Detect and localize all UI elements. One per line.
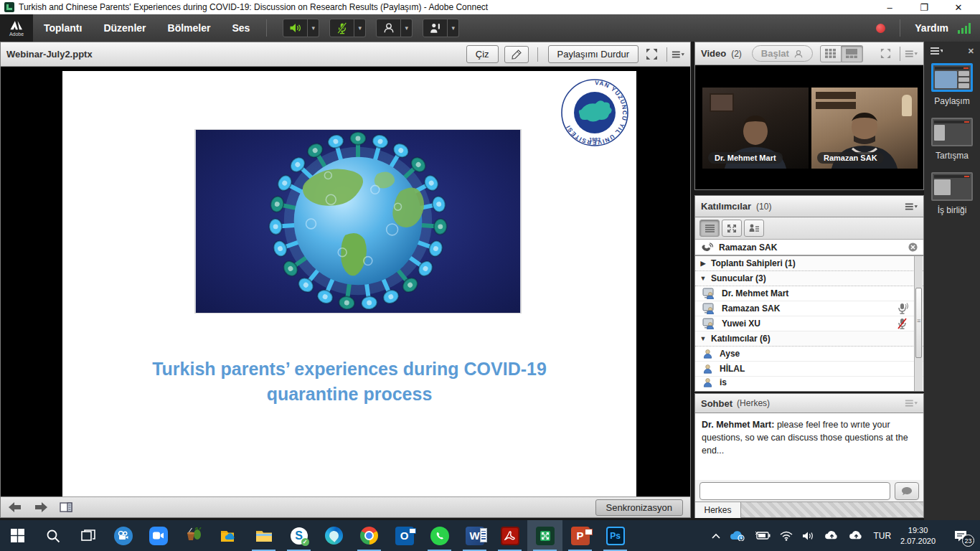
layout-discussion[interactable]: Tartışma [924, 118, 980, 169]
video-fullscreen-icon[interactable] [880, 48, 891, 59]
webcam-dropdown[interactable]: ▾ [401, 19, 413, 37]
photoshop-icon[interactable]: Ps [598, 520, 633, 551]
chat-input[interactable] [699, 482, 890, 500]
cloud-upload-icon[interactable] [849, 530, 864, 541]
search-icon[interactable] [35, 520, 70, 551]
raise-hand-dropdown[interactable]: ▾ [448, 19, 459, 37]
minimize-button[interactable]: – [872, 2, 907, 13]
synchronize-button[interactable]: Senkronizasyon [595, 499, 684, 516]
word-icon[interactable]: W [457, 520, 492, 551]
whatsapp-icon[interactable] [422, 520, 457, 551]
microphone-dropdown[interactable]: ▾ [354, 19, 366, 37]
speaker-button[interactable] [283, 19, 308, 37]
help-menu[interactable]: Yardım [915, 22, 948, 34]
attendees-scrollbar[interactable] [914, 256, 923, 391]
close-button[interactable]: ✕ [941, 2, 976, 13]
layout-collaboration[interactable]: İş birliği [924, 172, 980, 224]
chat-pod-menu-icon[interactable] [905, 399, 918, 408]
breakout-view-button[interactable] [722, 220, 742, 237]
chat-input-row [695, 480, 923, 501]
skype-icon[interactable]: S ✓ [281, 520, 316, 551]
acrobat-icon[interactable] [492, 520, 527, 551]
share-content-area: VAN YÜZÜNCÜ YIL ÜNİVERSİTESİ 1982 Turkis… [1, 67, 690, 496]
volume-icon[interactable] [802, 531, 815, 541]
sidebar-toggle-icon[interactable] [60, 502, 72, 512]
adobe-logo[interactable]: Adobe [0, 14, 33, 42]
language-indicator[interactable]: TUR [873, 531, 891, 541]
cocktail-app-icon[interactable] [176, 520, 211, 551]
video-feed[interactable]: Dr. Mehmet Mart [702, 88, 809, 169]
tab-everyone[interactable]: Herkes [695, 502, 741, 518]
participant-row[interactable]: Ramazan SAK [695, 301, 923, 316]
participant-row[interactable]: Dr. Mehmet Mart [695, 286, 923, 301]
active-speaker-name: Ramazan SAK [719, 242, 777, 253]
clock[interactable]: 19:30 2.07.2020 [900, 525, 936, 547]
task-view-button[interactable] [70, 520, 105, 551]
chat-sender: Dr. Mehmet Mart: [702, 420, 774, 430]
scrollbar-thumb[interactable] [915, 288, 922, 358]
grid-view-button[interactable] [820, 45, 842, 62]
pointer-pen-button[interactable] [504, 46, 529, 63]
participant-row[interactable]: Ayse [695, 347, 923, 362]
microphone-on-icon [896, 302, 909, 315]
next-slide-button[interactable] [34, 501, 48, 513]
connection-signal-icon [957, 22, 973, 34]
adobe-connect-taskbar-icon[interactable] [527, 520, 562, 551]
start-button[interactable] [0, 520, 35, 551]
participant-row[interactable]: HİLAL [695, 362, 923, 377]
video-pod: Video (2) Başlat [694, 42, 924, 190]
file-explorer-icon[interactable] [246, 520, 281, 551]
restore-button[interactable]: ❐ [907, 2, 941, 13]
layout-label: Paylaşım [934, 96, 969, 106]
action-center-icon[interactable]: 23 [945, 520, 976, 551]
microphone-muted-button[interactable] [329, 19, 354, 37]
list-view-button[interactable] [699, 220, 720, 237]
menu-toplanti[interactable]: Toplantı [33, 14, 93, 42]
menu-duzenler[interactable]: Düzenler [93, 14, 156, 42]
share-pod: Webinar-July2.pptx Çiz Paylaşımı Durdur [0, 42, 691, 518]
speaker-dropdown[interactable]: ▾ [308, 19, 319, 37]
stop-sharing-button[interactable]: Paylaşımı Durdur [548, 45, 639, 63]
onedrive-folder-icon[interactable] [211, 520, 246, 551]
draw-button[interactable]: Çiz [466, 45, 499, 63]
attendee-status-view-button[interactable] [744, 220, 764, 237]
layout-bar-close-icon[interactable]: ✕ [968, 47, 974, 56]
person-icon [702, 349, 713, 359]
onedrive-tray-icon[interactable] [730, 530, 745, 541]
video-name-label: Ramazan SAK [817, 152, 884, 164]
edge-icon[interactable] [316, 520, 352, 551]
powerpoint-icon[interactable]: P [562, 520, 598, 551]
attendees-pod-menu-icon[interactable] [905, 202, 918, 211]
previous-slide-button[interactable] [8, 501, 22, 513]
share-pod-menu-icon[interactable] [672, 50, 684, 59]
video-feed[interactable]: Ramazan SAK [811, 88, 918, 169]
filmstrip-view-button[interactable] [842, 45, 863, 62]
group-hosts[interactable]: ▶ Toplantı Sahipleri (1) [695, 256, 923, 271]
start-webcam-button[interactable]: Başlat [752, 45, 813, 62]
video-pod-menu-icon[interactable] [905, 50, 918, 58]
group-participants[interactable]: ▼ Katılımcılar (6) [695, 331, 923, 347]
tray-chevron-icon[interactable] [712, 533, 720, 539]
movie-app-icon[interactable] [105, 520, 141, 551]
chrome-icon[interactable] [352, 520, 387, 551]
zoom-app-icon[interactable] [141, 520, 176, 551]
participant-row[interactable]: is [695, 377, 923, 388]
outlook-icon[interactable]: O [387, 520, 422, 551]
battery-icon[interactable] [755, 531, 771, 540]
raise-hand-button[interactable] [423, 19, 448, 37]
wifi-icon[interactable] [780, 531, 793, 541]
webcam-button[interactable] [376, 19, 401, 37]
participant-name: Ayse [720, 349, 740, 359]
group-presenters[interactable]: ▼ Sunucular (3) [695, 271, 923, 286]
fullscreen-icon[interactable] [646, 48, 658, 60]
attendees-toolbar [695, 217, 923, 240]
participant-row[interactable]: Yuwei XU [695, 316, 923, 331]
menu-bolmeler[interactable]: Bölmeler [157, 14, 222, 42]
send-message-button[interactable] [895, 482, 919, 500]
close-icon[interactable] [908, 242, 918, 252]
menu-ses[interactable]: Ses [221, 14, 260, 42]
layout-sharing[interactable]: Paylaşım [924, 63, 980, 115]
cloud-upload-icon[interactable] [824, 530, 839, 541]
layout-bar-menu-icon[interactable] [930, 47, 943, 55]
menu-bar: Adobe Toplantı Düzenler Bölmeler Ses ▾ ▾ [0, 14, 980, 42]
